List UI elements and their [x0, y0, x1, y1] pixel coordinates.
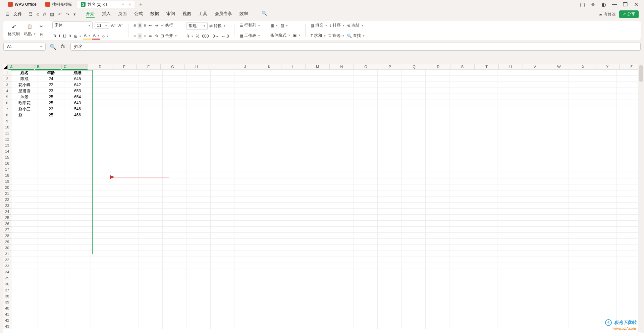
cell[interactable]: [617, 130, 641, 136]
cell[interactable]: [354, 82, 378, 88]
cell[interactable]: [449, 257, 473, 263]
cell[interactable]: [473, 221, 497, 227]
font-name-select[interactable]: 宋体▾: [52, 21, 93, 29]
cell[interactable]: [617, 209, 641, 215]
cell[interactable]: [426, 299, 449, 305]
cell[interactable]: [426, 88, 449, 94]
cell[interactable]: [449, 239, 473, 245]
cell[interactable]: [545, 100, 569, 106]
cell[interactable]: [593, 148, 617, 154]
cell[interactable]: [330, 100, 354, 106]
col-header-H[interactable]: H: [185, 64, 209, 70]
cell[interactable]: [449, 70, 473, 76]
dec-dec-icon[interactable]: ←.0: [220, 33, 230, 39]
cell[interactable]: [115, 275, 139, 281]
cell[interactable]: [473, 166, 497, 172]
cell[interactable]: [163, 100, 186, 106]
cell[interactable]: [38, 166, 64, 172]
cell[interactable]: [282, 317, 306, 323]
cell[interactable]: [258, 299, 282, 305]
row-header[interactable]: 42: [3, 317, 11, 323]
cell[interactable]: [378, 311, 401, 317]
cell[interactable]: [378, 269, 401, 275]
cell[interactable]: [91, 106, 115, 112]
cell[interactable]: [569, 221, 593, 227]
save-icon[interactable]: 🖫: [28, 12, 33, 17]
cell[interactable]: [593, 245, 617, 251]
cell[interactable]: [211, 275, 234, 281]
cell[interactable]: [115, 299, 139, 305]
cell[interactable]: [593, 293, 617, 299]
cell[interactable]: [402, 106, 426, 112]
cell[interactable]: [38, 287, 64, 293]
cell[interactable]: [91, 209, 115, 215]
cell[interactable]: [497, 178, 521, 184]
cell[interactable]: [258, 76, 282, 82]
cell[interactable]: [91, 203, 115, 209]
cell[interactable]: [139, 190, 163, 197]
cell[interactable]: [115, 70, 139, 76]
cell[interactable]: [426, 142, 449, 148]
cell[interactable]: [545, 311, 569, 317]
cell[interactable]: [402, 142, 426, 148]
cell[interactable]: [11, 190, 38, 197]
cell[interactable]: [473, 323, 497, 329]
cell[interactable]: [258, 215, 282, 221]
cell[interactable]: [115, 257, 139, 263]
cell[interactable]: [617, 203, 641, 209]
cell[interactable]: [115, 239, 139, 245]
cell[interactable]: [569, 166, 593, 172]
col-header-S[interactable]: S: [450, 64, 475, 70]
col-header-L[interactable]: L: [281, 64, 306, 70]
cell[interactable]: [211, 293, 234, 299]
cell[interactable]: [426, 227, 449, 233]
cell[interactable]: [545, 293, 569, 299]
cell[interactable]: [64, 317, 91, 323]
cell[interactable]: [521, 197, 545, 203]
cell[interactable]: [306, 88, 330, 94]
cell[interactable]: [354, 70, 378, 76]
cell[interactable]: [426, 233, 449, 239]
tab-tools[interactable]: 工具: [199, 10, 207, 18]
cell[interactable]: [186, 190, 210, 197]
cell[interactable]: [282, 233, 306, 239]
cell[interactable]: [64, 257, 91, 263]
cell[interactable]: [593, 203, 617, 209]
cell[interactable]: [473, 118, 497, 124]
cell[interactable]: [258, 100, 282, 106]
cell[interactable]: [473, 88, 497, 94]
cell[interactable]: [282, 94, 306, 100]
cell[interactable]: [354, 184, 378, 190]
cell[interactable]: [449, 88, 473, 94]
cell[interactable]: [545, 299, 569, 305]
cell[interactable]: [426, 245, 449, 251]
cell[interactable]: [617, 118, 641, 124]
cell[interactable]: [617, 293, 641, 299]
cell[interactable]: [306, 130, 330, 136]
cell[interactable]: [569, 76, 593, 82]
cell[interactable]: [330, 239, 354, 245]
cell[interactable]: [473, 172, 497, 178]
cell[interactable]: [64, 239, 91, 245]
cell[interactable]: [545, 251, 569, 257]
row-header[interactable]: 39: [3, 299, 11, 305]
cell[interactable]: [115, 88, 139, 94]
cell[interactable]: [91, 197, 115, 203]
cell[interactable]: [521, 251, 545, 257]
cell[interactable]: [115, 136, 139, 142]
cell[interactable]: [617, 136, 641, 142]
cell[interactable]: [282, 70, 306, 76]
cell[interactable]: [38, 251, 64, 257]
cell[interactable]: [354, 76, 378, 82]
cell[interactable]: [163, 118, 186, 124]
cell[interactable]: [234, 197, 258, 203]
cell[interactable]: [91, 70, 115, 76]
cell[interactable]: [545, 154, 569, 160]
cell[interactable]: [569, 323, 593, 329]
cell[interactable]: [378, 281, 401, 287]
cell[interactable]: [330, 94, 354, 100]
cell[interactable]: 645: [64, 76, 91, 82]
cell[interactable]: [306, 275, 330, 281]
cell[interactable]: [163, 269, 186, 275]
cell[interactable]: [569, 100, 593, 106]
